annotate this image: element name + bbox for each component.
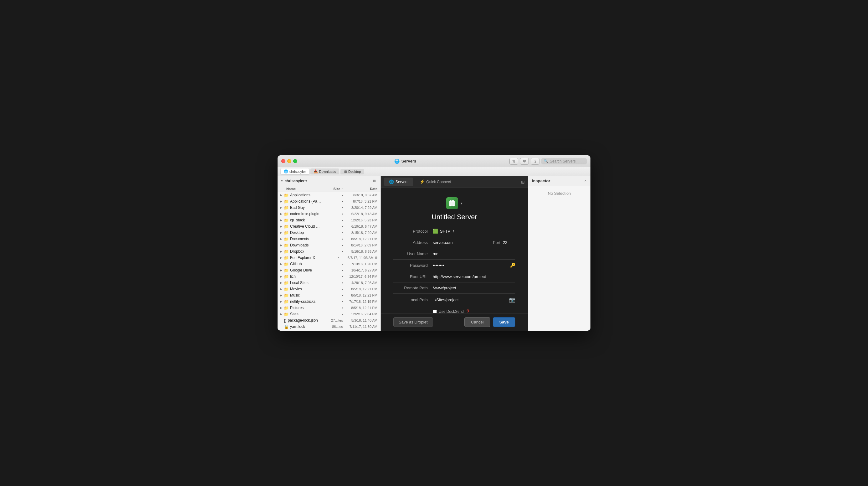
- close-button[interactable]: [281, 159, 285, 163]
- root-url-row: Root URL: [393, 274, 515, 282]
- inspector-body: No Selection: [528, 186, 590, 331]
- file-size: •: [321, 243, 343, 247]
- folder-icon: 📁: [284, 306, 289, 310]
- save-as-droplet-button[interactable]: Save as Droplet: [393, 317, 433, 327]
- docksend-checkbox[interactable]: [433, 310, 437, 313]
- username-input[interactable]: [433, 252, 515, 256]
- folder-icon: 📁: [284, 287, 289, 291]
- grid-view-button[interactable]: ⊞: [371, 178, 377, 184]
- port-input[interactable]: [503, 240, 515, 245]
- list-item[interactable]: {}package-lock.json27…tes5/3/18, 11:40 A…: [278, 317, 380, 323]
- address-row: Address Port: [393, 240, 515, 248]
- help-icon[interactable]: ❓: [466, 309, 470, 313]
- key-icon[interactable]: 🔑: [510, 263, 515, 268]
- file-size: •: [321, 287, 343, 291]
- list-item[interactable]: ▶📁Bad Guy•3/20/14, 7:29 AM: [278, 204, 380, 211]
- list-item[interactable]: ▶📁FontExplorer X•6/7/17, 11:03 AM: [278, 255, 380, 261]
- tab-chriscoyier[interactable]: 🌐 chriscoyier: [281, 169, 309, 174]
- file-date: 5/16/18, 8:35 AM: [343, 250, 377, 253]
- cancel-button[interactable]: Cancel: [464, 317, 490, 327]
- username-label: User Name: [393, 252, 428, 256]
- info-button[interactable]: ℹ: [531, 158, 539, 165]
- file-size: •: [321, 199, 343, 203]
- list-item[interactable]: ▶📁Downloads•8/14/18, 2:09 PM: [278, 242, 380, 248]
- inspector-collapse-button[interactable]: ∧: [584, 179, 587, 183]
- address-input[interactable]: [433, 240, 493, 245]
- search-input[interactable]: [550, 159, 584, 164]
- save-button[interactable]: Save: [493, 317, 515, 327]
- file-name: Bad Guy: [290, 205, 321, 210]
- list-item[interactable]: 🔒yarn.lock86…es7/11/17, 11:30 AM: [278, 323, 380, 330]
- list-item[interactable]: ▶📁lich•12/10/17, 6:34 PM: [278, 274, 380, 280]
- server-icon-dropdown[interactable]: ▾: [461, 201, 463, 205]
- file-date: 12/2/16, 5:23 PM: [343, 218, 377, 222]
- server-grid-button[interactable]: ⊞: [521, 179, 525, 184]
- window-title-text: Servers: [401, 159, 416, 164]
- server-config: ▾ Untitled Server Protocol 🟩 SFTP ⇕ Addr…: [381, 188, 528, 313]
- server-form: Protocol 🟩 SFTP ⇕ Address Port: [393, 229, 515, 313]
- list-item[interactable]: ▶📁Desktop•8/15/18, 7:20 AM: [278, 230, 380, 236]
- panel-toggle[interactable]: ≡: [281, 179, 283, 183]
- file-size: •: [321, 275, 343, 278]
- action-buttons: Cancel Save: [464, 317, 515, 327]
- list-item[interactable]: ▶📁Dropbox•5/16/18, 8:35 AM: [278, 248, 380, 255]
- snowflake-button[interactable]: ❄: [520, 158, 529, 165]
- transfer-button[interactable]: ⇅: [509, 158, 518, 165]
- list-item[interactable]: ▶📁codemirror-plugin•6/22/18, 9:43 AM: [278, 211, 380, 217]
- list-item[interactable]: ▶📁Applications (Parallels)•8/7/18, 3:21 …: [278, 198, 380, 204]
- file-size: •: [321, 231, 343, 234]
- tab-quick-connect[interactable]: ⚡ Quick Connect: [414, 177, 456, 186]
- folder-icon: 📁: [284, 268, 289, 273]
- file-expand-arrow: ▶: [280, 237, 284, 240]
- list-item[interactable]: ▶📁Local Sites•4/29/18, 7:03 AM: [278, 280, 380, 286]
- file-expand-arrow: ▶: [280, 206, 284, 209]
- file-date: 8/5/18, 12:21 PM: [343, 306, 377, 310]
- folder-icon: 📁: [284, 230, 289, 235]
- file-date: 7/11/17, 11:30 AM: [343, 325, 377, 328]
- tab-desktop[interactable]: 🖥 Desktop: [340, 169, 364, 174]
- file-size: •: [321, 218, 343, 222]
- remote-path-input[interactable]: [433, 286, 515, 290]
- tab-servers[interactable]: 🌐 Servers: [384, 177, 413, 186]
- file-name: Downloads: [290, 243, 321, 247]
- local-path-input[interactable]: [433, 297, 506, 302]
- file-name: Desktop: [290, 230, 321, 235]
- file-size: 86…es: [321, 325, 343, 328]
- file-size: •: [321, 250, 343, 253]
- maximize-button[interactable]: [293, 159, 297, 163]
- protocol-value: SFTP: [440, 229, 450, 234]
- list-item[interactable]: ▶📁Applications•8/3/18, 9:37 AM: [278, 192, 380, 198]
- list-item[interactable]: ▶📁Google Drive•10/4/17, 6:27 AM: [278, 267, 380, 274]
- file-date: 8/14/18, 2:09 PM: [343, 243, 377, 247]
- protocol-select[interactable]: 🟩 SFTP ⇕: [433, 229, 455, 234]
- file-expand-arrow: ▶: [280, 194, 284, 197]
- list-item[interactable]: 🔑beanstalk_rsa.pub41…tes12/18/17, 7:32 A…: [278, 330, 380, 331]
- server-name-title: Untitled Server: [432, 213, 477, 221]
- minimize-button[interactable]: [287, 159, 291, 163]
- search-icon: 🔍: [544, 159, 548, 163]
- root-url-input[interactable]: [433, 274, 515, 279]
- list-item[interactable]: ▶📁Documents•8/5/18, 12:21 PM: [278, 236, 380, 242]
- list-item[interactable]: ▶📁Movies•8/5/18, 12:21 PM: [278, 286, 380, 292]
- folder-browse-icon[interactable]: 📷: [509, 297, 515, 303]
- list-item[interactable]: ▶📁GitHub•7/10/18, 1:20 PM: [278, 261, 380, 267]
- file-expand-arrow: ▶: [280, 294, 284, 297]
- tab-downloads-icon: 📥: [313, 169, 318, 173]
- tab-downloads[interactable]: 📥 Downloads: [310, 169, 339, 174]
- folder-icon: 📁: [284, 312, 289, 317]
- list-item[interactable]: ▶📁Sites•12/2/16, 2:04 PM: [278, 311, 380, 317]
- file-date: 4/29/18, 7:03 AM: [343, 281, 377, 285]
- list-item[interactable]: ▶📁cp_stack•12/2/16, 5:23 PM: [278, 217, 380, 223]
- search-bar: 🔍: [541, 158, 587, 164]
- tab-desktop-label: Desktop: [348, 170, 361, 173]
- file-expand-arrow: ▶: [280, 244, 284, 247]
- password-input[interactable]: [433, 263, 507, 268]
- local-path-row: Local Path 📷: [393, 297, 515, 306]
- panel-location[interactable]: chriscoyier ▾: [284, 179, 371, 183]
- list-item[interactable]: ▶📁Creative Cloud Files•6/19/18, 6:47 AM: [278, 223, 380, 230]
- list-item[interactable]: ▶📁netlify-csstricks•7/17/18, 12:19 PM: [278, 298, 380, 305]
- list-item[interactable]: ▶📁Pictures•8/5/18, 12:21 PM: [278, 305, 380, 311]
- list-item[interactable]: ▶📁Music•8/5/18, 12:21 PM: [278, 292, 380, 298]
- folder-icon: 📁: [284, 274, 289, 279]
- file-name: Sites: [290, 312, 321, 316]
